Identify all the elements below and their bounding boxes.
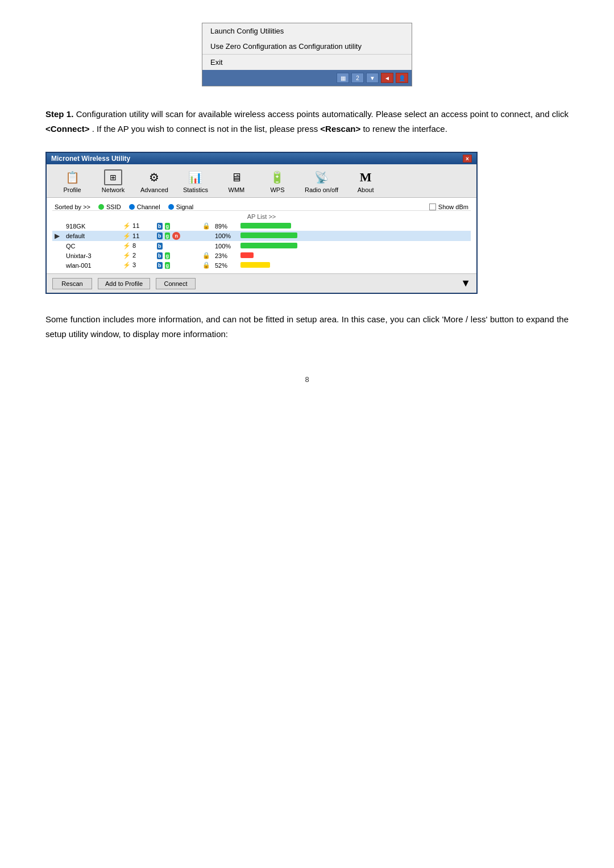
menu-exit[interactable]: Exit xyxy=(202,54,412,70)
wu-filter-row: Sorted by >> SSID Channel Signal Show dB… xyxy=(52,201,471,211)
wmm-icon: 🖥 xyxy=(227,169,246,185)
badges-cell: b g xyxy=(155,251,200,260)
table-row[interactable]: ▶ default ⚡ 11 b g n 100% xyxy=(52,231,471,241)
tab-statistics-label: Statistics xyxy=(183,186,208,193)
signal-bar-cell xyxy=(238,251,471,260)
taskbar-icon-grid[interactable]: ▦ xyxy=(337,73,349,83)
badge-b: b xyxy=(157,223,163,230)
context-menu-area: Launch Config Utilities Use Zero Configu… xyxy=(45,23,569,86)
taskbar-icon-arrow[interactable]: ▼ xyxy=(366,73,379,83)
signal-pct-cell: 52% xyxy=(213,260,238,270)
wps-icon: 🔋 xyxy=(268,169,287,185)
signal-dot xyxy=(168,204,174,210)
signal-filter: Signal xyxy=(168,203,194,210)
wu-content-area: Sorted by >> SSID Channel Signal Show dB… xyxy=(47,198,476,273)
menu-launch[interactable]: Launch Config Utilities xyxy=(202,23,412,39)
tab-statistics[interactable]: 📊 Statistics xyxy=(176,167,215,197)
taskbar-icon-person[interactable]: 👤 xyxy=(396,73,408,83)
lock-icon: 🔒 xyxy=(202,252,210,259)
signal-bar xyxy=(240,232,297,238)
table-row[interactable]: QC ⚡ 8 b 100% xyxy=(52,241,471,251)
lock-cell xyxy=(200,241,213,251)
wu-toolbar: 📋 Profile ⊞ Network ⚙ Advanced 📊 Statist… xyxy=(47,164,476,198)
selected-arrow: ▶ xyxy=(55,232,60,240)
add-to-profile-button[interactable]: Add to Profile xyxy=(98,278,150,289)
signal-pct-cell: 100% xyxy=(213,241,238,251)
taskbar: ▦ 2 ▼ ◄ 👤 xyxy=(202,70,412,86)
ap-list-label: AP List >> xyxy=(52,212,471,221)
channel-cell: ⚡ 8 xyxy=(121,241,155,251)
show-dbm-checkbox[interactable] xyxy=(429,203,436,210)
row-arrow-cell xyxy=(52,221,64,231)
tab-about-label: About xyxy=(358,186,374,193)
step1-bold: Step 1. xyxy=(45,109,73,119)
profile-icon: 📋 xyxy=(63,169,81,185)
network-icon: ⊞ xyxy=(104,169,122,185)
tab-network-label: Network xyxy=(102,186,125,193)
badge-b: b xyxy=(157,243,163,250)
taskbar-icon-left[interactable]: ◄ xyxy=(381,73,393,83)
wireless-utility-window: Micronet Wireless Utility × 📋 Profile ⊞ … xyxy=(45,152,478,294)
badge-g: g xyxy=(165,223,171,230)
show-dbm-filter: Show dBm xyxy=(429,203,468,210)
badge-b: b xyxy=(157,262,163,269)
rescan-button[interactable]: Rescan xyxy=(52,278,92,289)
tab-network[interactable]: ⊞ Network xyxy=(93,167,133,197)
table-row[interactable]: wlan-001 ⚡ 3 b g 🔒 52% xyxy=(52,260,471,270)
wu-titlebar: Micronet Wireless Utility × xyxy=(47,153,476,164)
channel-dot xyxy=(129,204,135,210)
ssid-cell: wlan-001 xyxy=(64,260,121,270)
connect-button[interactable]: Connect xyxy=(156,278,196,289)
menu-zero-config[interactable]: Use Zero Configuration as Configuration … xyxy=(202,39,412,54)
badges-cell: b xyxy=(155,241,200,251)
row-arrow-cell xyxy=(52,260,64,270)
show-dbm-label: Show dBm xyxy=(438,203,468,210)
tab-profile[interactable]: 📋 Profile xyxy=(52,167,92,197)
badges-cell: b g xyxy=(155,221,200,231)
page-number: 8 xyxy=(45,375,569,384)
signal-label: Signal xyxy=(176,203,194,210)
taskbar-icon-2[interactable]: 2 xyxy=(351,73,364,83)
wu-title: Micronet Wireless Utility xyxy=(51,155,130,163)
tab-radio[interactable]: 📡 Radio on/off xyxy=(298,167,345,197)
ssid-cell: Unixtar-3 xyxy=(64,251,121,260)
tab-wmm[interactable]: 🖥 WMM xyxy=(217,167,256,197)
tab-advanced[interactable]: ⚙ Advanced xyxy=(134,167,175,197)
signal-bar-cell xyxy=(238,241,471,251)
channel-cell: ⚡ 11 xyxy=(121,231,155,241)
wu-bottom-bar: Rescan Add to Profile Connect ▼ xyxy=(47,273,476,293)
signal-bar-cell xyxy=(238,260,471,270)
row-arrow-cell: ▶ xyxy=(52,231,64,241)
badge-g: g xyxy=(165,252,171,259)
context-menu-popup: Launch Config Utilities Use Zero Configu… xyxy=(202,23,412,86)
tab-radio-label: Radio on/off xyxy=(305,186,338,193)
step1-paragraph: Step 1. Configuration utility will scan … xyxy=(45,107,569,136)
channel-cell: ⚡ 2 xyxy=(121,251,155,260)
tab-wps[interactable]: 🔋 WPS xyxy=(258,167,297,197)
lock-cell xyxy=(200,231,213,241)
wu-close-button[interactable]: × xyxy=(463,155,472,163)
signal-pct-cell: 23% xyxy=(213,251,238,260)
statistics-icon: 📊 xyxy=(186,169,205,185)
step1-connect: <Connect> xyxy=(45,124,90,134)
step1-rescan: <Rescan> xyxy=(320,124,360,134)
signal-pct-cell: 100% xyxy=(213,231,238,241)
badges-cell: b g xyxy=(155,260,200,270)
tab-wmm-label: WMM xyxy=(229,186,245,193)
table-row[interactable]: Unixtar-3 ⚡ 2 b g 🔒 23% xyxy=(52,251,471,260)
signal-bar xyxy=(240,223,291,229)
ssid-filter: SSID xyxy=(98,203,121,210)
tab-profile-label: Profile xyxy=(63,186,81,193)
table-row[interactable]: 918GK ⚡ 11 b g 🔒 89% xyxy=(52,221,471,231)
badge-n: n xyxy=(172,232,180,240)
channel-cell: ⚡ 11 xyxy=(121,221,155,231)
bottom-paragraph: Some function includes more information,… xyxy=(45,312,569,341)
badge-g: g xyxy=(165,232,171,239)
signal-bar xyxy=(240,252,254,258)
step1-text3: to renew the interface. xyxy=(363,124,447,134)
tab-about[interactable]: M About xyxy=(346,167,385,197)
radio-icon: 📡 xyxy=(313,169,331,185)
sorted-by-label: Sorted by >> xyxy=(55,203,90,210)
channel-cell: ⚡ 3 xyxy=(121,260,155,270)
scroll-down-arrow[interactable]: ▼ xyxy=(460,277,471,289)
